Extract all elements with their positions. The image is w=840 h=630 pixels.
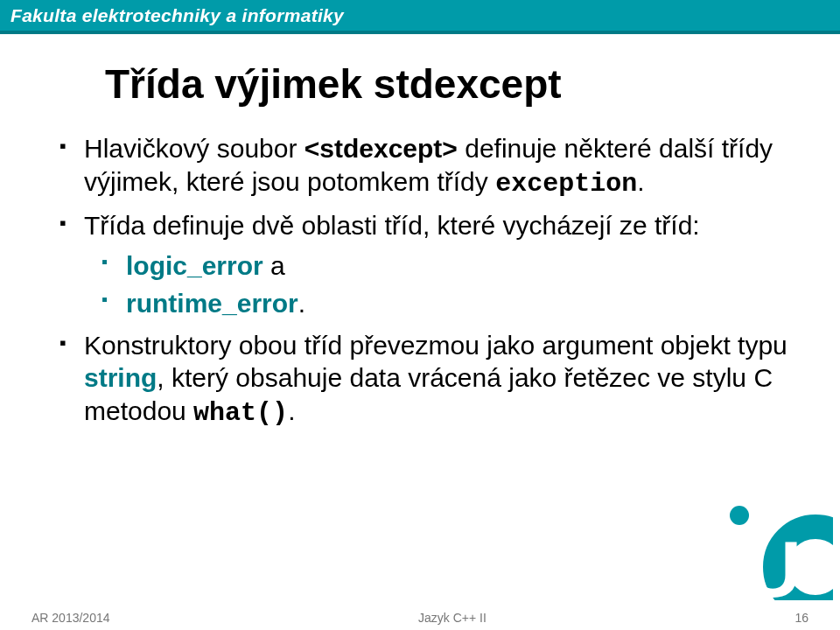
bullet-1: Hlavičkový soubor <stdexcept> definuje n… xyxy=(52,132,788,200)
text: Hlavičkový soubor xyxy=(84,134,304,163)
text: . xyxy=(637,167,644,196)
header-bar: Fakulta elektrotechniky a informatiky xyxy=(0,0,840,31)
sub-bullet-2: runtime_error. xyxy=(84,287,788,320)
string-label: string xyxy=(84,363,157,392)
header-divider xyxy=(0,31,840,34)
logic-error-label: logic_error xyxy=(126,251,263,280)
text: Třída definuje dvě oblasti tříd, které v… xyxy=(84,211,700,240)
logo-dot xyxy=(730,506,749,525)
university-logo: U xyxy=(719,486,833,600)
stdexcept-tag: <stdexcept> xyxy=(304,134,458,163)
text: , který obsahuje data vrácená jako řetěz… xyxy=(84,363,773,425)
code-exception: exception xyxy=(495,169,637,199)
sub-bullet-1: logic_error a xyxy=(84,249,788,283)
logo-letter: U xyxy=(745,530,802,600)
footer-center: Jazyk C++ II xyxy=(110,611,795,625)
footer-left: AR 2013/2014 xyxy=(32,611,110,625)
content-area: Hlavičkový soubor <stdexcept> definuje n… xyxy=(0,132,840,430)
page-number: 16 xyxy=(794,611,808,625)
bullet-2: Třída definuje dvě oblasti tříd, které v… xyxy=(52,209,788,320)
slide-title: Třída výjimek stdexcept xyxy=(105,60,840,108)
text: Konstruktory obou tříd převezmou jako ar… xyxy=(84,331,788,360)
bullet-list: Hlavičkový soubor <stdexcept> definuje n… xyxy=(52,132,788,430)
code-what: what() xyxy=(193,398,288,428)
runtime-error-label: runtime_error xyxy=(126,289,298,318)
sub-bullet-list: logic_error a runtime_error. xyxy=(84,249,788,320)
slide: Fakulta elektrotechniky a informatiky Tř… xyxy=(0,0,840,630)
faculty-name: Fakulta elektrotechniky a informatiky xyxy=(10,5,344,26)
footer: AR 2013/2014 Jazyk C++ II 16 xyxy=(0,611,840,625)
text: . xyxy=(298,289,305,318)
bullet-3: Konstruktory obou tříd převezmou jako ar… xyxy=(52,329,788,430)
text: . xyxy=(288,396,295,425)
text: a xyxy=(263,251,285,280)
